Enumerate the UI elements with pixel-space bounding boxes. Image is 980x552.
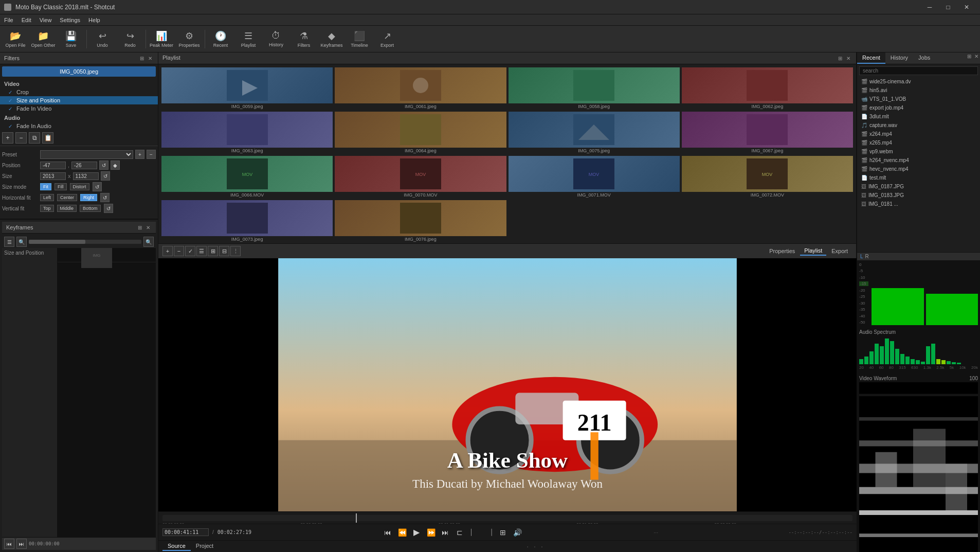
filter-fade-in-audio[interactable]: ✓ Fade In Audio [0, 122, 158, 130]
h-fit-reset[interactable]: ↺ [100, 193, 110, 202]
recent-item-6[interactable]: 🎬 x264.mp4 [857, 130, 980, 138]
recent-item-12[interactable]: 🖼 IMG_0187.JPG [857, 182, 980, 191]
recent-button[interactable]: 🕐 Recent [207, 27, 234, 51]
list-item[interactable]: MOV IMG_0071.MOV [507, 155, 681, 199]
recent-item-2[interactable]: 📹 VTS_01_1.VOB [857, 95, 980, 103]
list-item[interactable]: MOV IMG_0066.MOV [160, 155, 334, 199]
list-item[interactable]: IMG_0067.jpeg [681, 111, 854, 155]
preview-play-btn[interactable]: ▶ [410, 526, 423, 539]
recent-item-7[interactable]: 🎬 x265.mp4 [857, 138, 980, 147]
recent-item-13[interactable]: 🖼 IMG_0183.JPG [857, 191, 980, 200]
position-x-input[interactable] [40, 162, 66, 169]
playlist-button[interactable]: ☰ Playlist [235, 27, 262, 51]
filters-close-button[interactable]: ✕ [147, 55, 154, 62]
h-fit-right[interactable]: Right [80, 194, 97, 201]
preview-prev-frame-btn[interactable]: ⏪ [396, 526, 408, 539]
kf-next-btn[interactable]: ⏭ [16, 539, 27, 549]
open-file-button[interactable]: 📂 Open File [2, 27, 29, 51]
audio-label-R[interactable]: R [865, 254, 869, 259]
redo-button[interactable]: ↪ Redo [117, 27, 143, 51]
peak-meter-button[interactable]: 📊 Peak Meter [148, 27, 175, 51]
recent-item-14[interactable]: 🖼 IMG_0181 ... [857, 200, 980, 208]
preview-mark-in-btn[interactable]: ⎸ [468, 526, 480, 539]
tab-source[interactable]: Source [162, 542, 191, 551]
keyframes-close[interactable]: ✕ [144, 224, 152, 231]
preview-grid-btn[interactable]: ⊞ [497, 526, 509, 539]
v-fit-reset[interactable]: ↺ [104, 204, 113, 213]
size-mode-reset[interactable]: ↺ [93, 182, 102, 191]
keyframes-button[interactable]: ◆ Keyframes [318, 27, 345, 51]
list-item[interactable]: IMG_0075.jpeg [507, 111, 681, 155]
recent-item-9[interactable]: 🎬 h264_nvenc.mp4 [857, 156, 980, 165]
kf-zoom-out[interactable]: 🔍 [16, 237, 27, 247]
filter-remove-button[interactable]: − [15, 132, 27, 144]
list-item[interactable]: IMG_0064.jpeg [334, 111, 507, 155]
preview-loop-btn[interactable]: ⊏ [453, 526, 466, 539]
preview-skip-end-btn[interactable]: ⏭ [439, 526, 451, 539]
preview-scrubber[interactable]: 00:00:00:00 00:00:30:00 00:01:00:00 00:0… [162, 515, 852, 521]
menu-file[interactable]: File [0, 14, 17, 26]
v-fit-top[interactable]: Top [40, 205, 54, 212]
playlist-float[interactable]: ⊞ [837, 55, 844, 62]
size-h-input[interactable] [73, 172, 99, 180]
recent-item-1[interactable]: 🎬 hin5.avi [857, 86, 980, 95]
recent-search-input[interactable] [859, 66, 978, 75]
v-fit-bottom[interactable]: Bottom [80, 205, 101, 212]
preset-add-btn[interactable]: + [135, 150, 144, 159]
playlist-add-btn[interactable]: + [162, 246, 173, 256]
undo-button[interactable]: ↩ Undo [89, 27, 116, 51]
playlist-list-view-btn[interactable]: ☰ [196, 246, 207, 256]
kf-zoom-in[interactable]: 🔍 [143, 237, 154, 247]
recent-float[interactable]: ⊞ [966, 52, 973, 60]
size-w-input[interactable] [40, 172, 66, 180]
list-item[interactable]: MOV IMG_0070.MOV [334, 155, 507, 199]
minimize-button[interactable]: ─ [920, 0, 939, 14]
playlist-grid-view-btn[interactable]: ⊞ [208, 246, 218, 256]
keyframes-float[interactable]: ⊞ [136, 224, 143, 231]
position-y-input[interactable] [71, 162, 97, 169]
history-button[interactable]: ⏱ History [263, 27, 289, 51]
properties-button[interactable]: ⚙ Properties [176, 27, 203, 51]
filters-button[interactable]: ⚗ Filters [291, 27, 317, 51]
tab-export[interactable]: Export [827, 247, 852, 255]
preview-volume-btn[interactable]: 🔊 [511, 526, 523, 539]
filter-fade-in-video[interactable]: ✓ Fade In Video [0, 104, 158, 113]
menu-view[interactable]: View [35, 14, 56, 26]
filter-paste-button[interactable]: 📋 [42, 132, 53, 144]
playlist-remove-btn[interactable]: − [174, 246, 184, 256]
preview-mark-out-btn[interactable]: ⎹ [482, 526, 495, 539]
playlist-detail-view-btn[interactable]: ⊟ [219, 246, 229, 256]
position-keyframe-btn[interactable]: ◆ [111, 161, 120, 170]
window-controls[interactable]: ─ □ ✕ [920, 0, 976, 14]
tab-playlist[interactable]: Playlist [800, 246, 826, 256]
tab-properties[interactable]: Properties [765, 247, 799, 255]
save-button[interactable]: 💾 Save [58, 27, 84, 51]
list-item[interactable]: IMG_0062.jpeg [681, 66, 854, 111]
list-item[interactable]: IMG_0059.jpeg [160, 66, 334, 111]
tab-project[interactable]: Project [191, 542, 219, 551]
size-reset-btn[interactable]: ↺ [101, 171, 110, 181]
filter-crop[interactable]: ✓ Crop [0, 88, 158, 96]
kf-prev-btn[interactable]: ⏮ [4, 539, 14, 549]
menu-help[interactable]: Help [84, 14, 104, 26]
size-mode-distort[interactable]: Distort [70, 183, 89, 190]
recent-item-3[interactable]: 🎬 export job.mp4 [857, 103, 980, 112]
tab-history[interactable]: History [885, 52, 913, 64]
maximize-button[interactable]: □ [939, 0, 957, 14]
playlist-check-btn[interactable]: ✓ [185, 246, 195, 256]
recent-item-11[interactable]: 📄 test.mlt [857, 173, 980, 182]
size-mode-fit[interactable]: Fit [40, 183, 51, 190]
size-mode-fill[interactable]: Fill [55, 183, 67, 190]
playlist-more-btn[interactable]: ⋮ [230, 246, 241, 256]
playlist-close[interactable]: ✕ [845, 55, 852, 62]
v-fit-middle[interactable]: Middle [57, 205, 77, 212]
kf-list-btn[interactable]: ☰ [4, 237, 14, 247]
list-item[interactable]: MOV IMG_0072.MOV [681, 155, 854, 199]
recent-item-5[interactable]: 🎵 capture.wav [857, 121, 980, 130]
recent-close[interactable]: ✕ [973, 52, 980, 60]
recent-item-4[interactable]: 📄 3dlut.mlt [857, 112, 980, 121]
timeline-button[interactable]: ⬛ Timeline [346, 27, 373, 51]
preview-next-frame-btn[interactable]: ⏩ [425, 526, 437, 539]
list-item[interactable]: IMG_0058.jpeg [507, 66, 681, 111]
audio-label-L[interactable]: L [860, 254, 863, 259]
